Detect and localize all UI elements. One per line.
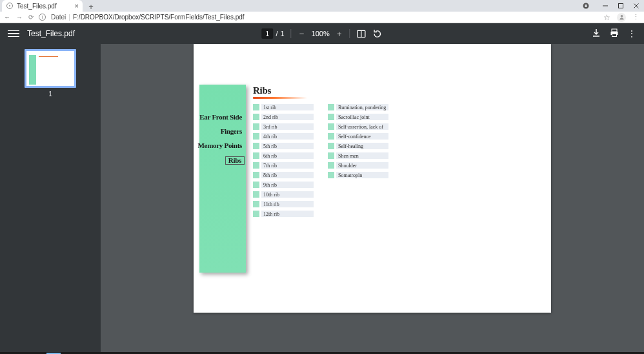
checkbox[interactable]	[253, 211, 259, 217]
checkbox[interactable]	[328, 123, 334, 130]
tab-title: Test_Files.pdf	[17, 3, 57, 10]
doc-nav-item[interactable]: Memory Points	[196, 142, 245, 149]
svg-rect-1	[585, 5, 587, 7]
url-display[interactable]: Datei | F:/DROPBOX/Dropbox/SCRIPTS/FormF…	[51, 14, 598, 21]
list-item: 2nd rib	[253, 113, 314, 121]
browser-tab-strip: Test_Files.pdf × +	[0, 0, 644, 12]
list-item-label: Shoulder	[336, 162, 388, 169]
zoom-in-button[interactable]: +	[336, 29, 343, 39]
checkbox[interactable]	[328, 133, 334, 140]
url-separator: |	[68, 14, 70, 21]
checkbox[interactable]	[253, 172, 259, 178]
list-item-label: 5th rib	[261, 143, 314, 149]
doc-column-1: 1st rib2nd rib3rd rib4th rib5th rib6th r…	[253, 103, 314, 218]
svg-rect-11	[612, 34, 617, 37]
list-item: 6th rib	[253, 152, 314, 160]
doc-nav-item[interactable]: Fingers	[218, 128, 245, 135]
list-item: 4th rib	[253, 132, 314, 140]
list-item-label: 3rd rib	[261, 123, 314, 130]
media-indicator-icon[interactable]	[578, 0, 594, 12]
print-icon[interactable]	[610, 28, 619, 39]
list-item: Shoulder	[328, 161, 388, 169]
url-path: F:/DROPBOX/Dropbox/SCRIPTS/FormFields/Te…	[73, 14, 245, 21]
list-item-label: Self-confidence	[336, 133, 388, 140]
new-tab-button[interactable]: +	[85, 1, 97, 12]
checkbox[interactable]	[253, 143, 259, 149]
pdf-more-icon[interactable]: ⋮	[628, 29, 636, 38]
list-item: Self-confidence	[328, 132, 388, 140]
checkbox[interactable]	[253, 191, 259, 198]
list-item: Self-assertion, lack of	[328, 123, 388, 130]
list-item: Sacroiliac joint	[328, 113, 388, 121]
window-close-button[interactable]	[629, 0, 644, 12]
checkbox[interactable]	[253, 162, 259, 169]
list-item: Shen men	[328, 152, 388, 160]
list-item-label: Self-assertion, lack of	[336, 123, 388, 130]
list-item-label: Sacroiliac joint	[336, 114, 388, 120]
page-indicator[interactable]: 1 / 1	[261, 28, 284, 39]
list-item: 7th rib	[253, 161, 314, 169]
browser-menu-icon[interactable]: ⋮	[632, 13, 640, 21]
doc-nav-item[interactable]: Ribs	[225, 156, 245, 165]
checkbox[interactable]	[328, 162, 334, 169]
thumbnail-number: 1	[48, 90, 52, 98]
nav-back-button[interactable]: ←	[4, 14, 10, 21]
checkbox[interactable]	[328, 104, 334, 110]
list-item: 8th rib	[253, 171, 314, 179]
checkbox[interactable]	[253, 152, 259, 159]
browser-address-bar: ← → ⟳ i Datei | F:/DROPBOX/Dropbox/SCRIP…	[0, 12, 644, 23]
list-item-label: 9th rib	[261, 182, 314, 188]
checkbox[interactable]	[253, 104, 259, 110]
profile-avatar-icon[interactable]	[617, 13, 626, 22]
list-item: Somatropin	[328, 171, 388, 179]
nav-reload-button[interactable]: ⟳	[28, 14, 34, 21]
nav-forward-button[interactable]: →	[16, 14, 23, 21]
checkbox[interactable]	[328, 172, 334, 178]
checkbox[interactable]	[253, 133, 259, 140]
window-maximize-button[interactable]	[613, 0, 629, 12]
list-item: 3rd rib	[253, 123, 314, 130]
list-item-label: 8th rib	[261, 172, 314, 178]
list-item-label: 6th rib	[261, 152, 314, 159]
pdf-canvas[interactable]: Ear Front SideFingersMemory PointsRibs R…	[101, 44, 644, 352]
list-item-label: 7th rib	[261, 162, 314, 169]
svg-point-6	[620, 15, 623, 17]
list-item-label: Rumination, pondering	[336, 104, 388, 110]
pdf-menu-icon[interactable]	[8, 30, 19, 37]
page-current[interactable]: 1	[261, 28, 273, 39]
checkbox[interactable]	[253, 201, 259, 207]
page-total: 1	[280, 30, 284, 37]
checkbox[interactable]	[328, 114, 334, 120]
browser-tab[interactable]: Test_Files.pdf ×	[2, 0, 83, 12]
tab-close-icon[interactable]: ×	[75, 3, 79, 10]
checkbox[interactable]	[253, 123, 259, 130]
list-item: 5th rib	[253, 142, 314, 150]
site-info-icon[interactable]: i	[39, 14, 46, 21]
pdf-viewer: 1 Ear Front SideFingersMemory PointsRibs…	[0, 44, 644, 352]
page-separator: /	[276, 30, 277, 37]
doc-nav-item[interactable]: Ear Front Side	[197, 114, 245, 121]
doc-side-nav: Ear Front SideFingersMemory PointsRibs	[199, 85, 246, 273]
bookmark-star-icon[interactable]: ☆	[603, 13, 610, 22]
checkbox[interactable]	[328, 143, 334, 149]
list-item-label: Shen men	[336, 152, 388, 159]
zoom-out-button[interactable]: −	[298, 29, 306, 39]
download-icon[interactable]	[592, 28, 601, 39]
list-item-label: Somatropin	[336, 172, 388, 178]
list-item-label: 4th rib	[261, 133, 314, 140]
checkbox[interactable]	[253, 114, 259, 120]
window-minimize-button[interactable]	[598, 0, 613, 12]
list-item: 11th rib	[253, 200, 314, 208]
list-item: 10th rib	[253, 191, 314, 198]
checkbox[interactable]	[328, 152, 334, 159]
page-thumbnail[interactable]	[25, 49, 76, 88]
rotate-icon[interactable]	[373, 29, 383, 39]
url-scheme: Datei	[51, 14, 66, 21]
toolbar-separator	[291, 29, 292, 38]
pdf-filename: Test_Files.pdf	[27, 29, 75, 38]
list-item: Self-healing	[328, 142, 388, 150]
checkbox[interactable]	[253, 182, 259, 188]
pdf-toolbar: Test_Files.pdf 1 / 1 − 100% + ⋮	[0, 23, 644, 44]
fit-page-icon[interactable]	[357, 29, 367, 39]
list-item: Rumination, pondering	[328, 103, 388, 111]
